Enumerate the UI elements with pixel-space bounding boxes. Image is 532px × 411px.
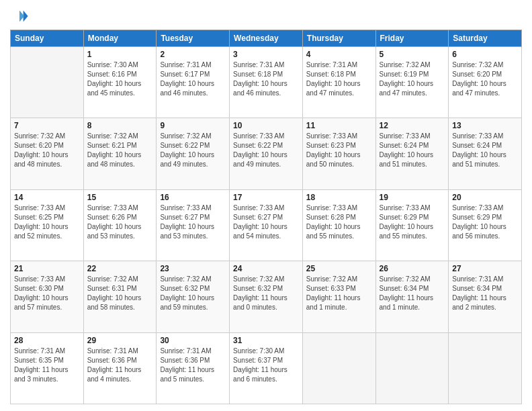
day-info: Sunrise: 7:33 AMSunset: 6:30 PMDaylight:… [14,275,80,312]
day-info: Sunrise: 7:33 AMSunset: 6:24 PMDaylight:… [380,132,445,169]
header-day-saturday: Saturday [449,30,522,47]
day-info: Sunrise: 7:32 AMSunset: 6:34 PMDaylight:… [380,275,445,312]
header-day-tuesday: Tuesday [157,30,230,47]
day-info: Sunrise: 7:32 AMSunset: 6:20 PMDaylight:… [14,132,80,169]
calendar-week-1: 1Sunrise: 7:30 AMSunset: 6:16 PMDaylight… [11,47,522,118]
day-info: Sunrise: 7:31 AMSunset: 6:18 PMDaylight:… [306,60,372,98]
calendar-cell: 12Sunrise: 7:33 AMSunset: 6:24 PMDayligh… [375,118,449,189]
calendar-cell: 23Sunrise: 7:32 AMSunset: 6:32 PMDayligh… [157,261,230,332]
day-number: 10 [233,121,299,130]
day-info: Sunrise: 7:31 AMSunset: 6:18 PMDaylight:… [233,60,299,98]
day-number: 11 [306,121,372,130]
calendar-header-row: SundayMondayTuesdayWednesdayThursdayFrid… [11,30,522,47]
day-number: 22 [87,264,153,273]
day-number: 1 [87,50,153,59]
calendar-cell: 3Sunrise: 7:31 AMSunset: 6:18 PMDaylight… [230,47,303,118]
day-info: Sunrise: 7:33 AMSunset: 6:23 PMDaylight:… [306,132,372,169]
day-info: Sunrise: 7:32 AMSunset: 6:20 PMDaylight:… [452,60,518,98]
day-number: 21 [14,264,80,273]
calendar-cell: 14Sunrise: 7:33 AMSunset: 6:25 PMDayligh… [11,189,84,261]
calendar-cell: 31Sunrise: 7:30 AMSunset: 6:37 PMDayligh… [230,332,303,404]
calendar-week-2: 7Sunrise: 7:32 AMSunset: 6:20 PMDaylight… [11,118,522,189]
day-number: 26 [380,264,445,273]
calendar-cell: 28Sunrise: 7:31 AMSunset: 6:35 PMDayligh… [11,332,84,404]
page: SundayMondayTuesdayWednesdayThursdayFrid… [0,0,532,411]
day-info: Sunrise: 7:33 AMSunset: 6:29 PMDaylight:… [452,203,518,241]
calendar-cell: 5Sunrise: 7:32 AMSunset: 6:19 PMDaylight… [375,47,449,118]
day-info: Sunrise: 7:32 AMSunset: 6:32 PMDaylight:… [160,275,226,312]
day-number: 20 [452,193,518,202]
header-day-wednesday: Wednesday [230,30,303,47]
day-number: 13 [452,121,518,130]
calendar-week-4: 21Sunrise: 7:33 AMSunset: 6:30 PMDayligh… [11,261,522,332]
day-number: 16 [160,193,226,202]
day-number: 3 [233,50,299,59]
calendar-week-3: 14Sunrise: 7:33 AMSunset: 6:25 PMDayligh… [11,189,522,261]
day-number: 7 [14,121,80,130]
day-number: 19 [380,193,445,202]
header-day-thursday: Thursday [302,30,375,47]
day-number: 12 [380,121,445,130]
day-info: Sunrise: 7:33 AMSunset: 6:25 PMDaylight:… [14,203,80,241]
day-info: Sunrise: 7:32 AMSunset: 6:31 PMDaylight:… [87,275,153,312]
calendar-cell: 17Sunrise: 7:33 AMSunset: 6:27 PMDayligh… [230,189,303,261]
day-number: 6 [452,50,518,59]
day-number: 18 [306,193,372,202]
calendar-cell: 9Sunrise: 7:32 AMSunset: 6:22 PMDaylight… [157,118,230,189]
header-day-sunday: Sunday [11,30,84,47]
day-info: Sunrise: 7:33 AMSunset: 6:27 PMDaylight:… [160,203,226,241]
calendar-cell: 26Sunrise: 7:32 AMSunset: 6:34 PMDayligh… [375,261,449,332]
header-day-monday: Monday [83,30,157,47]
header-day-friday: Friday [375,30,449,47]
day-info: Sunrise: 7:33 AMSunset: 6:27 PMDaylight:… [233,203,299,241]
day-info: Sunrise: 7:32 AMSunset: 6:21 PMDaylight:… [87,132,153,169]
calendar-cell: 27Sunrise: 7:31 AMSunset: 6:34 PMDayligh… [449,261,522,332]
day-number: 28 [14,336,80,345]
day-info: Sunrise: 7:31 AMSunset: 6:17 PMDaylight:… [160,60,226,98]
calendar-cell: 16Sunrise: 7:33 AMSunset: 6:27 PMDayligh… [157,189,230,261]
day-number: 23 [160,264,226,273]
day-number: 4 [306,50,372,59]
day-number: 25 [306,264,372,273]
day-number: 27 [452,264,518,273]
calendar-cell: 20Sunrise: 7:33 AMSunset: 6:29 PMDayligh… [449,189,522,261]
day-info: Sunrise: 7:33 AMSunset: 6:24 PMDaylight:… [452,132,518,169]
calendar-cell: 10Sunrise: 7:33 AMSunset: 6:22 PMDayligh… [230,118,303,189]
day-info: Sunrise: 7:31 AMSunset: 6:36 PMDaylight:… [160,347,226,384]
calendar-cell: 30Sunrise: 7:31 AMSunset: 6:36 PMDayligh… [157,332,230,404]
calendar-cell [302,332,375,404]
calendar-cell: 29Sunrise: 7:31 AMSunset: 6:36 PMDayligh… [83,332,157,404]
day-number: 8 [87,121,153,130]
calendar-cell: 11Sunrise: 7:33 AMSunset: 6:23 PMDayligh… [302,118,375,189]
day-number: 15 [87,193,153,202]
calendar-cell: 24Sunrise: 7:32 AMSunset: 6:32 PMDayligh… [230,261,303,332]
day-info: Sunrise: 7:33 AMSunset: 6:29 PMDaylight:… [380,203,445,241]
logo [10,7,32,26]
day-info: Sunrise: 7:32 AMSunset: 6:22 PMDaylight:… [160,132,226,169]
header [10,7,522,26]
calendar-cell: 7Sunrise: 7:32 AMSunset: 6:20 PMDaylight… [11,118,84,189]
calendar-cell: 21Sunrise: 7:33 AMSunset: 6:30 PMDayligh… [11,261,84,332]
day-info: Sunrise: 7:31 AMSunset: 6:35 PMDaylight:… [14,347,80,384]
calendar-cell: 19Sunrise: 7:33 AMSunset: 6:29 PMDayligh… [375,189,449,261]
day-info: Sunrise: 7:30 AMSunset: 6:37 PMDaylight:… [233,347,299,384]
day-number: 30 [160,336,226,345]
calendar-cell: 1Sunrise: 7:30 AMSunset: 6:16 PMDaylight… [83,47,157,118]
day-info: Sunrise: 7:32 AMSunset: 6:32 PMDaylight:… [233,275,299,312]
day-info: Sunrise: 7:33 AMSunset: 6:26 PMDaylight:… [87,203,153,241]
logo-icon [10,7,29,26]
day-info: Sunrise: 7:32 AMSunset: 6:33 PMDaylight:… [306,275,372,312]
calendar-cell: 13Sunrise: 7:33 AMSunset: 6:24 PMDayligh… [449,118,522,189]
calendar-cell: 4Sunrise: 7:31 AMSunset: 6:18 PMDaylight… [302,47,375,118]
calendar-cell: 15Sunrise: 7:33 AMSunset: 6:26 PMDayligh… [83,189,157,261]
day-info: Sunrise: 7:33 AMSunset: 6:22 PMDaylight:… [233,132,299,169]
calendar-cell: 2Sunrise: 7:31 AMSunset: 6:17 PMDaylight… [157,47,230,118]
calendar-cell: 25Sunrise: 7:32 AMSunset: 6:33 PMDayligh… [302,261,375,332]
calendar-cell: 22Sunrise: 7:32 AMSunset: 6:31 PMDayligh… [83,261,157,332]
calendar-cell: 18Sunrise: 7:33 AMSunset: 6:28 PMDayligh… [302,189,375,261]
day-number: 2 [160,50,226,59]
calendar-cell [11,47,84,118]
day-number: 14 [14,193,80,202]
day-info: Sunrise: 7:30 AMSunset: 6:16 PMDaylight:… [87,60,153,98]
day-number: 24 [233,264,299,273]
